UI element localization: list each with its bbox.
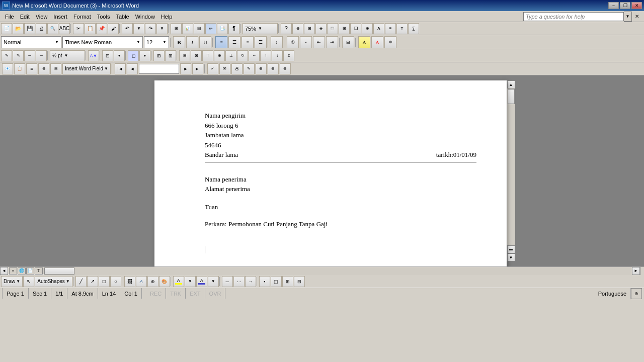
spelling-button[interactable]: ABC	[59, 23, 70, 34]
menu-table[interactable]: Table	[113, 13, 132, 21]
scroll-thumb[interactable]	[508, 89, 515, 104]
mm-nav-prev[interactable]: ◄	[127, 63, 138, 74]
mm-nav-next[interactable]: ►	[180, 63, 191, 74]
size-dropdown[interactable]: 12 ▼	[144, 36, 169, 48]
tb-extra5[interactable]: ⊞	[339, 23, 350, 34]
mm-nav-first[interactable]: |◄	[115, 63, 126, 74]
tb-extra3[interactable]: ◈	[315, 23, 327, 34]
menu-file[interactable]: File	[2, 13, 17, 21]
border-color-btn[interactable]: A▼	[88, 50, 99, 61]
print-view-btn[interactable]: 📄	[26, 267, 34, 275]
insert-picture-btn[interactable]: 🖼	[124, 276, 135, 287]
decrease-indent-button[interactable]: ⇤	[313, 36, 325, 48]
split-handle[interactable]	[640, 267, 644, 275]
insert-excel-button[interactable]: 📊	[182, 23, 193, 34]
menu-help[interactable]: Help	[158, 13, 176, 21]
split-btn[interactable]: ⊠	[191, 50, 202, 61]
font-dropdown[interactable]: Times New Roman ▼	[62, 36, 143, 48]
shading-btn[interactable]: ◻	[128, 50, 139, 61]
font-color-button[interactable]: A	[371, 36, 383, 48]
web-view-btn[interactable]: 🌐	[18, 267, 26, 275]
draw-t4[interactable]: ─	[36, 50, 47, 61]
shading-arrow[interactable]: ▼	[139, 50, 150, 61]
redo-button[interactable]: ↷	[145, 23, 156, 34]
menu-window[interactable]: Window	[132, 13, 158, 21]
line-color-btn[interactable]: A	[196, 276, 207, 287]
undo-button[interactable]: ↶	[122, 23, 133, 34]
insert-diagram-btn[interactable]: ⊕	[147, 276, 158, 287]
new-button[interactable]: 📄	[1, 23, 12, 34]
tb-extra2[interactable]: ⊞	[304, 23, 315, 34]
draw-t3[interactable]: ─	[24, 50, 35, 61]
mm-find[interactable]: ⊕	[256, 63, 267, 74]
columns-button[interactable]: ▤	[194, 23, 205, 34]
fmt-extra1[interactable]: ⊕	[384, 36, 396, 48]
arrow-style-btn[interactable]: →	[245, 276, 256, 287]
tb-extra8[interactable]: A	[373, 23, 384, 34]
merge-btn[interactable]: ⊞	[179, 50, 190, 61]
split-button[interactable]: ▬	[507, 245, 515, 253]
line-spacing-button[interactable]: ↕	[271, 36, 283, 48]
border-weight-dropdown[interactable]: ½ pt ▼	[50, 50, 85, 61]
mm-check[interactable]: ✓	[207, 63, 218, 74]
cut-button[interactable]: ✂	[73, 23, 84, 34]
align-top-btn[interactable]: ⊤	[202, 50, 213, 61]
outside-border-btn[interactable]: ⊡	[102, 50, 113, 61]
show-hide-button[interactable]: ¶	[228, 23, 239, 34]
increase-indent-button[interactable]: ⇥	[326, 36, 338, 48]
macros-button[interactable]: ⊕	[631, 288, 642, 299]
insert-table-btn2[interactable]: ⊞	[153, 50, 165, 61]
autosum-btn[interactable]: Σ	[283, 50, 294, 61]
minimize-button[interactable]: −	[608, 2, 619, 9]
hscroll-right-button[interactable]: ►	[632, 267, 640, 275]
mm-extra1[interactable]: ⊕	[268, 63, 279, 74]
insert-table-button[interactable]: ⊞	[171, 23, 182, 34]
sort-desc-btn[interactable]: ↓	[272, 50, 283, 61]
bullets-button[interactable]: •	[300, 36, 312, 48]
justify-button[interactable]: ☰	[255, 36, 267, 48]
normal-view-btn[interactable]: ≡	[9, 267, 17, 275]
font-color-arrow2[interactable]: ▼	[208, 276, 219, 287]
scroll-track[interactable]	[507, 88, 515, 245]
mm-edit[interactable]: ✎	[244, 63, 255, 74]
draw-t2[interactable]: ✎	[13, 50, 24, 61]
borders-button[interactable]: ⊞	[342, 36, 354, 48]
print-preview-button[interactable]: 🔍	[47, 23, 58, 34]
line-style-btn[interactable]: ─	[222, 276, 233, 287]
hscroll-left-button[interactable]: ◄	[0, 267, 8, 275]
paste-button[interactable]: 📌	[96, 23, 107, 34]
italic-button[interactable]: I	[186, 36, 198, 48]
autofit-btn[interactable]: ↔	[249, 50, 260, 61]
mm-btn1[interactable]: 📧	[2, 63, 13, 74]
tb-extra9[interactable]: ≡	[385, 23, 396, 34]
menu-view[interactable]: View	[33, 13, 51, 21]
scroll-down-button[interactable]: ▼	[507, 253, 515, 261]
mm-envelope[interactable]: ✉	[219, 63, 230, 74]
drawing-button[interactable]: ✏	[205, 23, 216, 34]
copy-button[interactable]: 📋	[85, 23, 96, 34]
align-left-button[interactable]: ≡	[215, 36, 227, 48]
mm-print[interactable]: 🖨	[231, 63, 243, 74]
align-bot-btn[interactable]: ⊥	[225, 50, 236, 61]
tb-extra1[interactable]: ⊕	[292, 23, 303, 34]
menu-edit[interactable]: Edit	[17, 13, 33, 21]
insert-clipart-btn[interactable]: 🎨	[159, 276, 170, 287]
hscroll-track[interactable]	[44, 267, 632, 275]
rect-tool[interactable]: □	[99, 276, 110, 287]
mm-btn2[interactable]: 📋	[14, 63, 25, 74]
highlight-button[interactable]: A	[358, 36, 370, 48]
insert-wordart-btn[interactable]: A	[136, 276, 147, 287]
help-close-button[interactable]: ✕	[633, 13, 641, 21]
align-mid-btn[interactable]: ⊕	[214, 50, 225, 61]
oval-tool[interactable]: ○	[110, 276, 121, 287]
undo-arrow-button[interactable]: ▼	[133, 23, 144, 34]
extra-draw2[interactable]: ⊟	[294, 276, 305, 287]
sort-asc-btn[interactable]: ↑	[260, 50, 271, 61]
scroll-up-button[interactable]: ▲	[507, 80, 515, 88]
tb-extra10[interactable]: T	[396, 23, 408, 34]
print-button[interactable]: 🖨	[36, 23, 47, 34]
align-right-button[interactable]: ≡	[242, 36, 254, 48]
mm-nav-last[interactable]: ►|	[192, 63, 203, 74]
mm-btn5[interactable]: ⊞	[50, 63, 61, 74]
help-button[interactable]: ?	[281, 23, 292, 34]
